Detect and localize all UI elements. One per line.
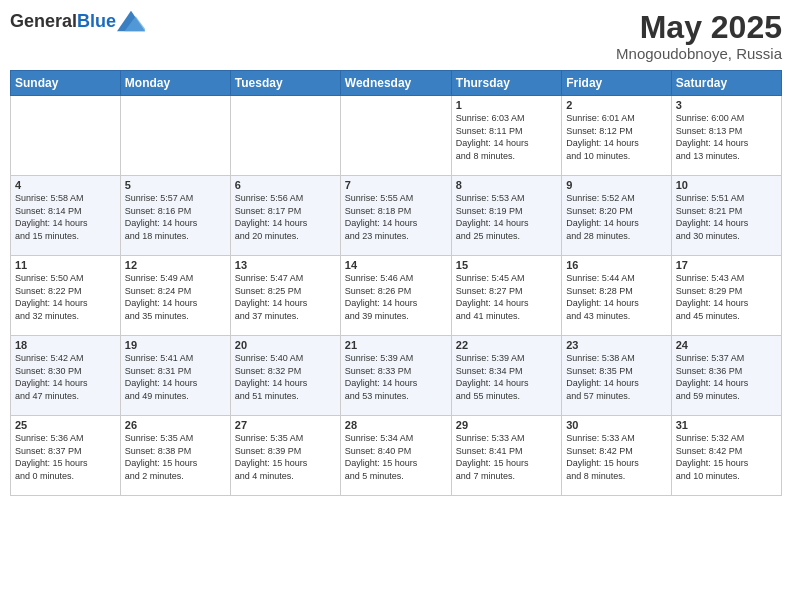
day-info: Sunrise: 5:35 AM Sunset: 8:38 PM Dayligh… xyxy=(125,432,226,482)
weekday-header-monday: Monday xyxy=(120,71,230,96)
day-number: 12 xyxy=(125,259,226,271)
day-info: Sunrise: 5:44 AM Sunset: 8:28 PM Dayligh… xyxy=(566,272,666,322)
calendar-cell: 27Sunrise: 5:35 AM Sunset: 8:39 PM Dayli… xyxy=(230,416,340,496)
day-number: 31 xyxy=(676,419,777,431)
day-info: Sunrise: 5:50 AM Sunset: 8:22 PM Dayligh… xyxy=(15,272,116,322)
calendar-cell: 19Sunrise: 5:41 AM Sunset: 8:31 PM Dayli… xyxy=(120,336,230,416)
calendar-cell: 18Sunrise: 5:42 AM Sunset: 8:30 PM Dayli… xyxy=(11,336,121,416)
day-info: Sunrise: 5:51 AM Sunset: 8:21 PM Dayligh… xyxy=(676,192,777,242)
day-info: Sunrise: 5:36 AM Sunset: 8:37 PM Dayligh… xyxy=(15,432,116,482)
calendar-cell: 21Sunrise: 5:39 AM Sunset: 8:33 PM Dayli… xyxy=(340,336,451,416)
calendar-cell: 17Sunrise: 5:43 AM Sunset: 8:29 PM Dayli… xyxy=(671,256,781,336)
logo-icon xyxy=(117,10,145,32)
calendar-cell: 26Sunrise: 5:35 AM Sunset: 8:38 PM Dayli… xyxy=(120,416,230,496)
day-info: Sunrise: 5:42 AM Sunset: 8:30 PM Dayligh… xyxy=(15,352,116,402)
day-info: Sunrise: 5:33 AM Sunset: 8:41 PM Dayligh… xyxy=(456,432,557,482)
day-number: 13 xyxy=(235,259,336,271)
day-number: 25 xyxy=(15,419,116,431)
day-number: 23 xyxy=(566,339,666,351)
day-number: 1 xyxy=(456,99,557,111)
calendar-cell: 9Sunrise: 5:52 AM Sunset: 8:20 PM Daylig… xyxy=(562,176,671,256)
calendar-cell: 16Sunrise: 5:44 AM Sunset: 8:28 PM Dayli… xyxy=(562,256,671,336)
day-info: Sunrise: 5:33 AM Sunset: 8:42 PM Dayligh… xyxy=(566,432,666,482)
calendar-cell xyxy=(230,96,340,176)
calendar-table: SundayMondayTuesdayWednesdayThursdayFrid… xyxy=(10,70,782,496)
day-number: 19 xyxy=(125,339,226,351)
day-number: 22 xyxy=(456,339,557,351)
calendar-cell xyxy=(11,96,121,176)
calendar-cell: 3Sunrise: 6:00 AM Sunset: 8:13 PM Daylig… xyxy=(671,96,781,176)
day-info: Sunrise: 5:34 AM Sunset: 8:40 PM Dayligh… xyxy=(345,432,447,482)
day-number: 26 xyxy=(125,419,226,431)
calendar-cell: 25Sunrise: 5:36 AM Sunset: 8:37 PM Dayli… xyxy=(11,416,121,496)
calendar-cell: 1Sunrise: 6:03 AM Sunset: 8:11 PM Daylig… xyxy=(451,96,561,176)
day-info: Sunrise: 5:35 AM Sunset: 8:39 PM Dayligh… xyxy=(235,432,336,482)
day-number: 15 xyxy=(456,259,557,271)
weekday-header-thursday: Thursday xyxy=(451,71,561,96)
day-number: 27 xyxy=(235,419,336,431)
calendar-week-row: 4Sunrise: 5:58 AM Sunset: 8:14 PM Daylig… xyxy=(11,176,782,256)
day-number: 21 xyxy=(345,339,447,351)
day-number: 29 xyxy=(456,419,557,431)
day-info: Sunrise: 5:38 AM Sunset: 8:35 PM Dayligh… xyxy=(566,352,666,402)
day-number: 8 xyxy=(456,179,557,191)
calendar-cell: 14Sunrise: 5:46 AM Sunset: 8:26 PM Dayli… xyxy=(340,256,451,336)
day-info: Sunrise: 5:32 AM Sunset: 8:42 PM Dayligh… xyxy=(676,432,777,482)
day-info: Sunrise: 5:56 AM Sunset: 8:17 PM Dayligh… xyxy=(235,192,336,242)
day-info: Sunrise: 5:47 AM Sunset: 8:25 PM Dayligh… xyxy=(235,272,336,322)
day-info: Sunrise: 5:39 AM Sunset: 8:34 PM Dayligh… xyxy=(456,352,557,402)
day-info: Sunrise: 5:58 AM Sunset: 8:14 PM Dayligh… xyxy=(15,192,116,242)
calendar-cell: 24Sunrise: 5:37 AM Sunset: 8:36 PM Dayli… xyxy=(671,336,781,416)
logo: GeneralBlue xyxy=(10,10,145,32)
header: GeneralBlue May 2025 Mnogoudobnoye, Russ… xyxy=(10,10,782,62)
day-info: Sunrise: 5:55 AM Sunset: 8:18 PM Dayligh… xyxy=(345,192,447,242)
calendar-cell: 8Sunrise: 5:53 AM Sunset: 8:19 PM Daylig… xyxy=(451,176,561,256)
calendar-cell: 20Sunrise: 5:40 AM Sunset: 8:32 PM Dayli… xyxy=(230,336,340,416)
logo-general: General xyxy=(10,11,77,31)
calendar-cell: 11Sunrise: 5:50 AM Sunset: 8:22 PM Dayli… xyxy=(11,256,121,336)
calendar-cell: 7Sunrise: 5:55 AM Sunset: 8:18 PM Daylig… xyxy=(340,176,451,256)
day-info: Sunrise: 5:37 AM Sunset: 8:36 PM Dayligh… xyxy=(676,352,777,402)
calendar-cell: 5Sunrise: 5:57 AM Sunset: 8:16 PM Daylig… xyxy=(120,176,230,256)
day-info: Sunrise: 5:45 AM Sunset: 8:27 PM Dayligh… xyxy=(456,272,557,322)
calendar-cell: 30Sunrise: 5:33 AM Sunset: 8:42 PM Dayli… xyxy=(562,416,671,496)
day-number: 14 xyxy=(345,259,447,271)
day-info: Sunrise: 5:52 AM Sunset: 8:20 PM Dayligh… xyxy=(566,192,666,242)
main-container: GeneralBlue May 2025 Mnogoudobnoye, Russ… xyxy=(0,0,792,612)
calendar-cell: 13Sunrise: 5:47 AM Sunset: 8:25 PM Dayli… xyxy=(230,256,340,336)
calendar-week-row: 18Sunrise: 5:42 AM Sunset: 8:30 PM Dayli… xyxy=(11,336,782,416)
day-number: 30 xyxy=(566,419,666,431)
location-title: Mnogoudobnoye, Russia xyxy=(616,45,782,62)
weekday-header-saturday: Saturday xyxy=(671,71,781,96)
day-info: Sunrise: 5:49 AM Sunset: 8:24 PM Dayligh… xyxy=(125,272,226,322)
weekday-header-tuesday: Tuesday xyxy=(230,71,340,96)
day-info: Sunrise: 5:53 AM Sunset: 8:19 PM Dayligh… xyxy=(456,192,557,242)
calendar-cell: 23Sunrise: 5:38 AM Sunset: 8:35 PM Dayli… xyxy=(562,336,671,416)
calendar-cell: 4Sunrise: 5:58 AM Sunset: 8:14 PM Daylig… xyxy=(11,176,121,256)
calendar-week-row: 11Sunrise: 5:50 AM Sunset: 8:22 PM Dayli… xyxy=(11,256,782,336)
title-block: May 2025 Mnogoudobnoye, Russia xyxy=(616,10,782,62)
day-number: 11 xyxy=(15,259,116,271)
calendar-cell: 15Sunrise: 5:45 AM Sunset: 8:27 PM Dayli… xyxy=(451,256,561,336)
calendar-cell xyxy=(120,96,230,176)
calendar-cell: 10Sunrise: 5:51 AM Sunset: 8:21 PM Dayli… xyxy=(671,176,781,256)
day-info: Sunrise: 5:39 AM Sunset: 8:33 PM Dayligh… xyxy=(345,352,447,402)
day-info: Sunrise: 6:01 AM Sunset: 8:12 PM Dayligh… xyxy=(566,112,666,162)
day-number: 9 xyxy=(566,179,666,191)
day-info: Sunrise: 5:57 AM Sunset: 8:16 PM Dayligh… xyxy=(125,192,226,242)
calendar-cell xyxy=(340,96,451,176)
calendar-cell: 6Sunrise: 5:56 AM Sunset: 8:17 PM Daylig… xyxy=(230,176,340,256)
day-info: Sunrise: 5:46 AM Sunset: 8:26 PM Dayligh… xyxy=(345,272,447,322)
calendar-cell: 22Sunrise: 5:39 AM Sunset: 8:34 PM Dayli… xyxy=(451,336,561,416)
day-number: 17 xyxy=(676,259,777,271)
day-number: 16 xyxy=(566,259,666,271)
day-number: 3 xyxy=(676,99,777,111)
weekday-header-row: SundayMondayTuesdayWednesdayThursdayFrid… xyxy=(11,71,782,96)
day-info: Sunrise: 6:00 AM Sunset: 8:13 PM Dayligh… xyxy=(676,112,777,162)
day-info: Sunrise: 5:43 AM Sunset: 8:29 PM Dayligh… xyxy=(676,272,777,322)
calendar-week-row: 1Sunrise: 6:03 AM Sunset: 8:11 PM Daylig… xyxy=(11,96,782,176)
day-number: 2 xyxy=(566,99,666,111)
calendar-cell: 28Sunrise: 5:34 AM Sunset: 8:40 PM Dayli… xyxy=(340,416,451,496)
day-number: 6 xyxy=(235,179,336,191)
calendar-cell: 2Sunrise: 6:01 AM Sunset: 8:12 PM Daylig… xyxy=(562,96,671,176)
